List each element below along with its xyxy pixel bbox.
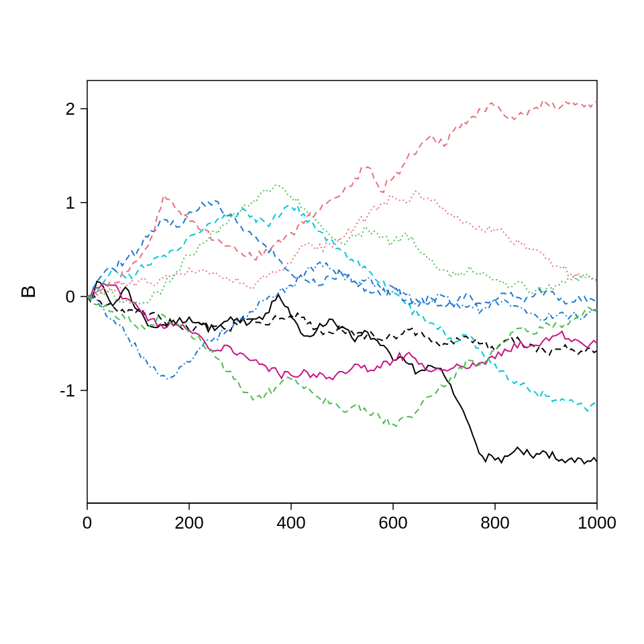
chart-svg: 02004006008001000-1012B [0, 0, 644, 644]
plot-frame [87, 80, 597, 503]
y-tick-label: 1 [66, 193, 75, 213]
y-tick-label: 0 [66, 286, 75, 307]
x-tick-label: 800 [480, 513, 509, 533]
x-tick-label: 400 [276, 513, 305, 533]
x-tick-label: 200 [174, 513, 203, 533]
path-blue-1 [87, 201, 597, 308]
chart-container: 02004006008001000-1012B [0, 0, 644, 644]
y-axis-label: B [17, 285, 39, 299]
x-tick-label: 1000 [578, 513, 616, 533]
path-pink-1 [87, 100, 597, 297]
path-black-solid [87, 282, 597, 464]
y-tick-label: 2 [66, 99, 75, 119]
path-pink-2 [87, 191, 597, 298]
y-tick-label: -1 [60, 380, 75, 400]
path-blue-2 [87, 262, 597, 379]
x-tick-label: 600 [378, 513, 407, 533]
x-tick-label: 0 [83, 513, 92, 533]
path-cyan [87, 205, 597, 411]
path-green-2 [87, 297, 597, 426]
path-green-1 [87, 185, 597, 304]
